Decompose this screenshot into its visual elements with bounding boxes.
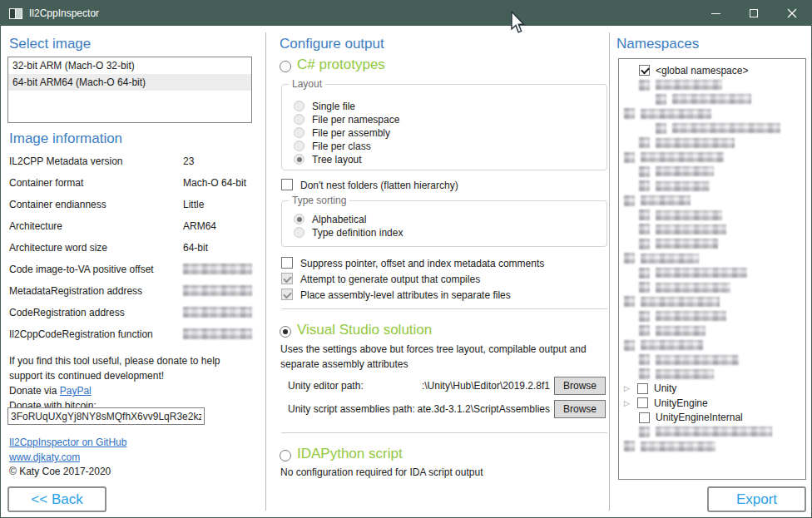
- type-sorting-group-label: Type sorting: [289, 195, 349, 206]
- image-list-item[interactable]: 64-bit ARM64 (Mach-O 64-bit): [8, 74, 251, 91]
- browse-script-button[interactable]: Browse: [554, 400, 606, 418]
- namespace-item-redacted[interactable]: [619, 439, 805, 453]
- suppress-metadata-checkbox[interactable]: [281, 257, 293, 269]
- info-value: 64-bit: [183, 242, 208, 254]
- namespace-item-redacted[interactable]: [619, 367, 805, 381]
- compilable-output-checkbox[interactable]: [281, 273, 293, 284]
- expander-icon[interactable]: ▷: [624, 399, 634, 407]
- assembly-attributes-label[interactable]: Place assembly-level attributes in separ…: [300, 289, 511, 301]
- namespace-item-redacted[interactable]: [619, 77, 805, 91]
- layout-single-file-radio[interactable]: [294, 101, 304, 111]
- namespace-item-redacted[interactable]: [619, 294, 805, 308]
- namespace-checkbox[interactable]: [639, 412, 650, 423]
- expander-icon[interactable]: ▷: [624, 384, 634, 392]
- namespace-item-redacted[interactable]: [619, 179, 805, 193]
- namespace-checkbox-redacted: [656, 94, 666, 105]
- github-link[interactable]: Il2CppInspector on GitHub: [9, 437, 126, 448]
- export-button[interactable]: Export: [707, 486, 806, 512]
- namespace-checkbox-redacted: [639, 268, 650, 279]
- sorting-alphabetical-label[interactable]: Alphabetical: [312, 214, 366, 225]
- flatten-hierarchy-checkbox[interactable]: [281, 179, 293, 190]
- paypal-link[interactable]: PayPal: [60, 385, 92, 397]
- copyright-text: © Katy Coe 2017-2020: [9, 466, 111, 477]
- namespace-item[interactable]: <global namespace>: [619, 63, 805, 77]
- idapython-label[interactable]: IDAPython script: [297, 446, 403, 462]
- namespace-item-redacted[interactable]: [619, 265, 805, 279]
- image-list-item[interactable]: 32-bit ARM (Mach-O 32-bit): [8, 57, 251, 74]
- layout-file-per-class-label[interactable]: File per class: [312, 141, 371, 152]
- layout-tree-layout-label[interactable]: Tree layout: [312, 154, 362, 165]
- csharp-prototypes-radio[interactable]: [280, 61, 291, 72]
- sorting-type-index-radio[interactable]: [294, 227, 304, 238]
- namespace-checkbox[interactable]: [637, 383, 648, 394]
- namespace-item[interactable]: UnityEngineInternal: [619, 410, 805, 424]
- donate-line1: If you find this tool useful, please don…: [9, 355, 220, 367]
- visual-studio-label[interactable]: Visual Studio solution: [297, 322, 432, 338]
- flatten-hierarchy-label[interactable]: Don't nest folders (flatten hierarchy): [300, 180, 458, 191]
- info-value: Little: [183, 199, 204, 210]
- namespace-checkbox-redacted: [624, 296, 635, 307]
- namespace-item-redacted[interactable]: [619, 323, 805, 338]
- namespace-item-redacted[interactable]: [619, 136, 805, 150]
- namespace-item-redacted[interactable]: [619, 106, 805, 121]
- close-button[interactable]: [773, 1, 811, 26]
- idapython-radio[interactable]: [280, 450, 291, 461]
- namespace-label-redacted: [656, 268, 747, 278]
- layout-file-per-namespace-radio[interactable]: [294, 114, 304, 125]
- namespace-item-redacted[interactable]: [619, 165, 805, 179]
- app-icon: [9, 8, 22, 19]
- namespace-label-redacted: [656, 138, 735, 148]
- namespace-item[interactable]: ▷Unity: [619, 382, 805, 396]
- sorting-alphabetical-radio[interactable]: [294, 214, 304, 224]
- namespace-item-redacted[interactable]: [619, 92, 805, 106]
- suppress-metadata-label[interactable]: Suppress pointer, offset and index metad…: [300, 258, 544, 269]
- visual-studio-radio[interactable]: [280, 326, 291, 338]
- namespace-checkbox-redacted: [639, 282, 650, 293]
- back-button[interactable]: << Back: [7, 486, 106, 512]
- namespace-item[interactable]: ▷UnityEngine: [619, 396, 805, 410]
- minimize-button[interactable]: [696, 1, 735, 26]
- info-value: ARM64: [183, 220, 216, 232]
- namespace-checkbox[interactable]: [637, 397, 648, 408]
- compilable-output-label[interactable]: Attempt to generate output that compiles: [300, 274, 480, 285]
- namespace-checkbox-redacted: [656, 123, 666, 134]
- section-separator: [281, 308, 607, 309]
- assembly-attributes-checkbox[interactable]: [281, 289, 293, 300]
- browse-editor-button[interactable]: Browse: [554, 377, 606, 395]
- layout-file-per-class-radio[interactable]: [294, 141, 304, 151]
- type-sorting-groupbox: Type sorting Alphabetical Type definitio…: [281, 200, 607, 247]
- namespace-item-redacted[interactable]: [619, 121, 805, 136]
- namespace-item-redacted[interactable]: [619, 425, 805, 439]
- layout-tree-layout-radio[interactable]: [294, 154, 304, 165]
- namespace-label-redacted: [641, 297, 720, 307]
- layout-file-per-assembly-radio[interactable]: [294, 127, 304, 138]
- maximize-button[interactable]: [735, 1, 773, 26]
- sorting-type-index-label[interactable]: Type definition index: [312, 227, 403, 239]
- info-value-redacted: [183, 285, 252, 296]
- layout-file-per-assembly-label[interactable]: File per assembly: [312, 127, 390, 139]
- namespace-item-redacted[interactable]: [619, 150, 805, 164]
- namespace-item-redacted[interactable]: [619, 251, 805, 265]
- titlebar[interactable]: Il2CppInspector: [1, 1, 811, 26]
- namespace-checkbox[interactable]: [639, 65, 650, 76]
- namespace-item-redacted[interactable]: [619, 208, 805, 222]
- namespace-checkbox-redacted: [639, 427, 650, 437]
- bitcoin-address-input[interactable]: [7, 407, 205, 425]
- layout-file-per-namespace-label[interactable]: File per namespace: [312, 114, 399, 126]
- info-label: Code image-to-VA positive offset: [9, 264, 183, 275]
- namespace-item-redacted[interactable]: [619, 222, 805, 236]
- ida-description: No configuration required for IDA script…: [280, 466, 483, 478]
- layout-single-file-label[interactable]: Single file: [312, 101, 355, 112]
- website-link[interactable]: www.djkaty.com: [9, 451, 80, 463]
- csharp-prototypes-label[interactable]: C# prototypes: [297, 57, 385, 73]
- namespace-item-redacted[interactable]: [619, 237, 805, 251]
- namespace-checkbox-redacted: [639, 180, 650, 191]
- info-label: Architecture: [9, 220, 183, 232]
- namespace-item-redacted[interactable]: [619, 309, 805, 323]
- namespace-item-redacted[interactable]: [619, 353, 805, 367]
- namespace-item-redacted[interactable]: [619, 280, 805, 294]
- namespace-item-redacted[interactable]: [619, 338, 805, 352]
- namespace-item-redacted[interactable]: [619, 194, 805, 208]
- namespace-label-redacted: [656, 210, 722, 220]
- select-image-heading: Select image: [9, 36, 91, 52]
